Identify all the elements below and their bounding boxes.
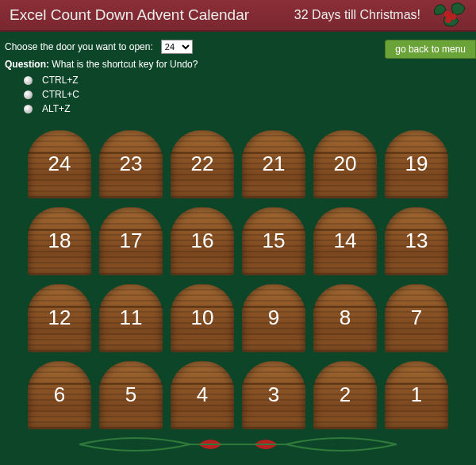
door-number: 8 xyxy=(340,306,351,330)
radio-icon xyxy=(24,90,33,99)
answer-list: CTRL+Z CTRL+C ALT+Z xyxy=(5,75,471,114)
door-15[interactable]: 15 xyxy=(242,207,305,275)
door-22[interactable]: 22 xyxy=(171,130,234,198)
door-number: 15 xyxy=(263,229,286,253)
door-6[interactable]: 6 xyxy=(28,361,91,428)
radio-icon xyxy=(24,105,33,113)
question-text: What is the shortcut key for Undo? xyxy=(52,59,198,70)
door-number: 6 xyxy=(54,382,65,407)
door-number: 2 xyxy=(340,382,351,407)
door-select[interactable]: 24 xyxy=(161,40,193,54)
doors-grid: 24 23 22 21 20 19 18 17 16 15 14 13 12 1… xyxy=(0,130,476,428)
door-2[interactable]: 2 xyxy=(313,361,377,428)
door-number: 19 xyxy=(405,152,428,176)
door-3[interactable]: 3 xyxy=(242,361,305,428)
door-24[interactable]: 24 xyxy=(28,130,91,198)
door-number: 18 xyxy=(48,229,71,253)
door-number: 24 xyxy=(48,152,71,176)
decorative-flourish-icon xyxy=(0,432,476,460)
door-7[interactable]: 7 xyxy=(385,284,448,352)
door-8[interactable]: 8 xyxy=(313,284,377,352)
door-number: 11 xyxy=(120,306,143,330)
svg-point-2 xyxy=(445,17,451,23)
door-10[interactable]: 10 xyxy=(171,284,234,352)
door-11[interactable]: 11 xyxy=(99,284,163,352)
answer-text: CTRL+Z xyxy=(42,75,79,86)
door-number: 7 xyxy=(411,306,422,330)
door-5[interactable]: 5 xyxy=(99,361,163,428)
door-1[interactable]: 1 xyxy=(385,361,448,428)
countdown-text: 32 Days till Christmas! xyxy=(294,8,420,22)
door-number: 22 xyxy=(191,152,214,176)
holly-icon xyxy=(432,2,470,33)
door-12[interactable]: 12 xyxy=(28,284,91,352)
answer-option[interactable]: ALT+Z xyxy=(24,103,471,114)
door-16[interactable]: 16 xyxy=(171,207,234,275)
door-9[interactable]: 9 xyxy=(242,284,305,352)
door-number: 20 xyxy=(334,152,357,176)
door-13[interactable]: 13 xyxy=(385,207,448,275)
door-14[interactable]: 14 xyxy=(313,207,377,275)
header-bar: Excel Count Down Advent Calendar 32 Days… xyxy=(0,0,476,32)
radio-icon xyxy=(24,76,33,85)
question-block: Question: What is the shortcut key for U… xyxy=(0,57,476,124)
door-number: 13 xyxy=(405,229,428,253)
door-number: 1 xyxy=(411,382,422,407)
door-number: 23 xyxy=(120,152,143,176)
door-23[interactable]: 23 xyxy=(99,130,163,198)
door-number: 21 xyxy=(263,152,286,176)
question-label: Question: xyxy=(5,59,49,70)
door-number: 9 xyxy=(268,306,279,330)
answer-option[interactable]: CTRL+C xyxy=(24,89,471,100)
door-chooser-label: Choose the door you want to open: xyxy=(5,41,153,52)
answer-text: CTRL+C xyxy=(42,89,79,100)
door-20[interactable]: 20 xyxy=(313,130,377,198)
go-back-to-menu-button[interactable]: go back to menu xyxy=(385,40,476,59)
door-17[interactable]: 17 xyxy=(99,207,163,275)
door-19[interactable]: 19 xyxy=(385,130,448,198)
door-number: 14 xyxy=(334,229,357,253)
door-number: 3 xyxy=(268,382,279,407)
page-title: Excel Count Down Advent Calendar xyxy=(10,6,249,24)
door-number: 5 xyxy=(125,382,136,407)
door-18[interactable]: 18 xyxy=(28,207,91,275)
door-number: 12 xyxy=(48,306,71,330)
door-number: 17 xyxy=(120,229,143,253)
door-number: 10 xyxy=(191,306,214,330)
door-number: 16 xyxy=(191,229,214,253)
door-21[interactable]: 21 xyxy=(242,130,305,198)
answer-text: ALT+Z xyxy=(42,103,70,114)
answer-option[interactable]: CTRL+Z xyxy=(24,75,471,86)
svg-point-0 xyxy=(444,11,451,17)
door-number: 4 xyxy=(197,382,208,407)
door-4[interactable]: 4 xyxy=(171,361,234,428)
